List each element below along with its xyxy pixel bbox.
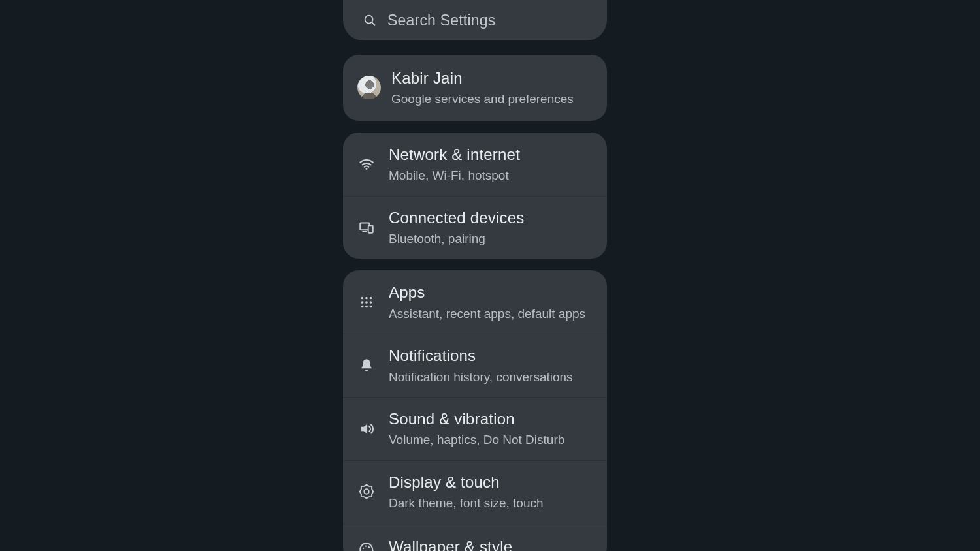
settings-subtitle: Assistant, recent apps, default apps <box>389 306 593 323</box>
account-row[interactable]: Kabir Jain Google services and preferenc… <box>343 55 607 121</box>
bell-icon <box>357 356 376 375</box>
svg-point-10 <box>365 301 368 304</box>
search-placeholder: Search Settings <box>387 12 495 29</box>
svg-point-0 <box>365 16 373 24</box>
settings-title: Network & internet <box>389 144 593 165</box>
settings-title: Apps <box>389 282 593 302</box>
settings-row-display-touch[interactable]: Display & touch Dark theme, font size, t… <box>343 460 607 524</box>
wifi-icon <box>357 155 376 173</box>
avatar <box>357 76 381 99</box>
svg-point-8 <box>370 297 372 300</box>
settings-row-sound-vibration[interactable]: Sound & vibration Volume, haptics, Do No… <box>343 397 607 460</box>
settings-row-wallpaper-style[interactable]: Wallpaper & style <box>343 524 607 551</box>
account-name: Kabir Jain <box>391 68 593 88</box>
settings-subtitle: Notification history, conversations <box>389 369 593 386</box>
svg-point-14 <box>370 306 372 308</box>
svg-point-16 <box>364 490 368 494</box>
settings-title: Wallpaper & style <box>389 537 593 551</box>
settings-title: Sound & vibration <box>389 409 593 429</box>
settings-title: Display & touch <box>389 472 593 492</box>
search-icon <box>363 13 377 27</box>
devices-icon <box>357 218 376 236</box>
account-card: Kabir Jain Google services and preferenc… <box>343 55 607 121</box>
svg-point-2 <box>366 168 368 170</box>
settings-title: Connected devices <box>389 208 593 228</box>
search-settings-field[interactable]: Search Settings <box>343 0 607 40</box>
settings-row-apps[interactable]: Apps Assistant, recent apps, default app… <box>343 270 607 334</box>
svg-point-7 <box>365 297 368 300</box>
svg-marker-15 <box>360 485 374 499</box>
settings-subtitle: Bluetooth, pairing <box>389 230 593 247</box>
svg-point-17 <box>363 547 364 548</box>
settings-subtitle: Mobile, Wi-Fi, hotspot <box>389 167 593 184</box>
svg-rect-4 <box>368 225 373 232</box>
settings-title: Notifications <box>389 345 593 366</box>
svg-point-6 <box>361 297 364 300</box>
apps-grid-icon <box>357 293 376 311</box>
palette-icon <box>357 541 376 551</box>
svg-point-9 <box>361 301 364 304</box>
settings-subtitle: Dark theme, font size, touch <box>389 495 593 512</box>
brightness-icon <box>357 482 376 501</box>
svg-line-1 <box>372 22 375 25</box>
svg-point-19 <box>368 546 370 548</box>
volume-icon <box>357 420 376 438</box>
settings-row-network-internet[interactable]: Network & internet Mobile, Wi-Fi, hotspo… <box>343 133 607 196</box>
settings-group-connectivity: Network & internet Mobile, Wi-Fi, hotspo… <box>343 133 607 259</box>
settings-subtitle: Volume, haptics, Do Not Disturb <box>389 432 593 449</box>
svg-point-12 <box>361 306 364 308</box>
settings-row-connected-devices[interactable]: Connected devices Bluetooth, pairing <box>343 196 607 259</box>
svg-point-18 <box>365 545 367 546</box>
svg-point-11 <box>370 301 372 304</box>
account-subtitle: Google services and preferences <box>391 91 593 108</box>
settings-screen: Search Settings Kabir Jain Google servic… <box>343 0 607 551</box>
settings-row-notifications[interactable]: Notifications Notification history, conv… <box>343 334 607 397</box>
settings-group-device: Apps Assistant, recent apps, default app… <box>343 270 607 551</box>
svg-point-13 <box>365 306 368 308</box>
